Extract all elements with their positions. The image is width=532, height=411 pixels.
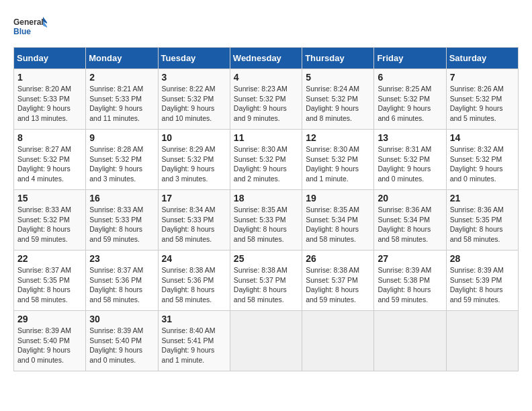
day-cell: 18Sunrise: 8:35 AMSunset: 5:33 PMDayligh… xyxy=(230,190,302,250)
day-info: Sunrise: 8:32 AMSunset: 5:32 PMDaylight:… xyxy=(450,144,515,184)
column-header-wednesday: Wednesday xyxy=(230,48,302,69)
day-cell: 21Sunrise: 8:36 AMSunset: 5:35 PMDayligh… xyxy=(446,190,518,250)
day-info: Sunrise: 8:39 AMSunset: 5:38 PMDaylight:… xyxy=(378,265,442,305)
day-info: Sunrise: 8:27 AMSunset: 5:32 PMDaylight:… xyxy=(17,144,82,184)
day-info: Sunrise: 8:37 AMSunset: 5:35 PMDaylight:… xyxy=(17,265,82,305)
day-cell: 3Sunrise: 8:22 AMSunset: 5:32 PMDaylight… xyxy=(158,69,230,130)
day-number: 2 xyxy=(89,72,154,83)
day-number: 23 xyxy=(89,253,154,264)
day-info: Sunrise: 8:39 AMSunset: 5:40 PMDaylight:… xyxy=(89,326,154,365)
day-number: 28 xyxy=(450,253,515,264)
day-info: Sunrise: 8:38 AMSunset: 5:37 PMDaylight:… xyxy=(306,265,370,305)
day-info: Sunrise: 8:22 AMSunset: 5:32 PMDaylight:… xyxy=(162,84,226,124)
day-info: Sunrise: 8:36 AMSunset: 5:35 PMDaylight:… xyxy=(450,205,515,244)
day-cell: 24Sunrise: 8:38 AMSunset: 5:36 PMDayligh… xyxy=(158,250,230,311)
day-number: 8 xyxy=(17,132,82,143)
day-number: 6 xyxy=(378,72,442,83)
week-row-3: 15Sunrise: 8:33 AMSunset: 5:32 PMDayligh… xyxy=(14,190,519,250)
day-info: Sunrise: 8:33 AMSunset: 5:32 PMDaylight:… xyxy=(17,205,82,244)
day-cell: 14Sunrise: 8:32 AMSunset: 5:32 PMDayligh… xyxy=(446,130,518,190)
day-number: 13 xyxy=(378,132,442,143)
day-cell: 2Sunrise: 8:21 AMSunset: 5:33 PMDaylight… xyxy=(86,69,158,130)
day-number: 7 xyxy=(450,72,515,83)
day-number: 16 xyxy=(89,193,154,203)
day-number: 1 xyxy=(17,72,82,83)
week-row-5: 29Sunrise: 8:39 AMSunset: 5:40 PMDayligh… xyxy=(14,311,519,371)
week-row-2: 8Sunrise: 8:27 AMSunset: 5:32 PMDaylight… xyxy=(14,130,519,190)
calendar-body: 1Sunrise: 8:20 AMSunset: 5:33 PMDaylight… xyxy=(14,69,519,371)
day-info: Sunrise: 8:38 AMSunset: 5:37 PMDaylight:… xyxy=(234,265,298,305)
svg-text:Blue: Blue xyxy=(13,27,31,36)
day-number: 12 xyxy=(306,132,370,143)
day-cell: 23Sunrise: 8:37 AMSunset: 5:36 PMDayligh… xyxy=(86,250,158,311)
day-number: 21 xyxy=(450,193,515,203)
day-cell: 1Sunrise: 8:20 AMSunset: 5:33 PMDaylight… xyxy=(14,69,86,130)
day-cell: 8Sunrise: 8:27 AMSunset: 5:32 PMDaylight… xyxy=(14,130,86,190)
day-cell: 5Sunrise: 8:24 AMSunset: 5:32 PMDaylight… xyxy=(302,69,374,130)
day-number: 3 xyxy=(162,72,226,83)
day-cell: 25Sunrise: 8:38 AMSunset: 5:37 PMDayligh… xyxy=(230,250,302,311)
day-number: 9 xyxy=(89,132,154,143)
day-info: Sunrise: 8:28 AMSunset: 5:32 PMDaylight:… xyxy=(89,144,154,184)
day-number: 14 xyxy=(450,132,515,143)
day-info: Sunrise: 8:38 AMSunset: 5:36 PMDaylight:… xyxy=(162,265,226,305)
day-number: 24 xyxy=(162,253,226,264)
day-cell: 13Sunrise: 8:31 AMSunset: 5:32 PMDayligh… xyxy=(374,130,446,190)
day-info: Sunrise: 8:31 AMSunset: 5:32 PMDaylight:… xyxy=(378,144,442,184)
day-info: Sunrise: 8:25 AMSunset: 5:32 PMDaylight:… xyxy=(378,84,442,124)
day-info: Sunrise: 8:39 AMSunset: 5:39 PMDaylight:… xyxy=(450,265,515,305)
day-cell: 28Sunrise: 8:39 AMSunset: 5:39 PMDayligh… xyxy=(446,250,518,311)
day-info: Sunrise: 8:26 AMSunset: 5:32 PMDaylight:… xyxy=(450,84,515,124)
day-info: Sunrise: 8:36 AMSunset: 5:34 PMDaylight:… xyxy=(378,205,442,244)
day-cell: 29Sunrise: 8:39 AMSunset: 5:40 PMDayligh… xyxy=(14,311,86,371)
day-cell: 31Sunrise: 8:40 AMSunset: 5:41 PMDayligh… xyxy=(158,311,230,371)
day-cell: 16Sunrise: 8:33 AMSunset: 5:33 PMDayligh… xyxy=(86,190,158,250)
day-cell xyxy=(230,311,302,371)
day-info: Sunrise: 8:20 AMSunset: 5:33 PMDaylight:… xyxy=(17,84,82,124)
day-number: 27 xyxy=(378,253,442,264)
day-number: 10 xyxy=(162,132,226,143)
page-header: General Blue xyxy=(13,13,519,40)
day-number: 20 xyxy=(378,193,442,203)
day-info: Sunrise: 8:21 AMSunset: 5:33 PMDaylight:… xyxy=(89,84,154,124)
day-info: Sunrise: 8:23 AMSunset: 5:32 PMDaylight:… xyxy=(234,84,298,124)
column-header-tuesday: Tuesday xyxy=(158,48,230,69)
day-number: 11 xyxy=(234,132,298,143)
day-info: Sunrise: 8:34 AMSunset: 5:33 PMDaylight:… xyxy=(162,205,226,244)
day-cell: 17Sunrise: 8:34 AMSunset: 5:33 PMDayligh… xyxy=(158,190,230,250)
day-cell: 30Sunrise: 8:39 AMSunset: 5:40 PMDayligh… xyxy=(86,311,158,371)
day-number: 17 xyxy=(162,193,226,203)
day-number: 5 xyxy=(306,72,370,83)
week-row-4: 22Sunrise: 8:37 AMSunset: 5:35 PMDayligh… xyxy=(14,250,519,311)
day-number: 4 xyxy=(234,72,298,83)
day-number: 22 xyxy=(17,253,82,264)
day-cell: 15Sunrise: 8:33 AMSunset: 5:32 PMDayligh… xyxy=(14,190,86,250)
week-row-1: 1Sunrise: 8:20 AMSunset: 5:33 PMDaylight… xyxy=(14,69,519,130)
logo-svg: General Blue xyxy=(13,13,47,40)
day-info: Sunrise: 8:24 AMSunset: 5:32 PMDaylight:… xyxy=(306,84,370,124)
day-info: Sunrise: 8:35 AMSunset: 5:33 PMDaylight:… xyxy=(234,205,298,244)
day-info: Sunrise: 8:39 AMSunset: 5:40 PMDaylight:… xyxy=(17,326,82,365)
day-cell: 20Sunrise: 8:36 AMSunset: 5:34 PMDayligh… xyxy=(374,190,446,250)
day-cell: 7Sunrise: 8:26 AMSunset: 5:32 PMDaylight… xyxy=(446,69,518,130)
day-cell xyxy=(302,311,374,371)
day-cell: 12Sunrise: 8:30 AMSunset: 5:32 PMDayligh… xyxy=(302,130,374,190)
day-cell: 27Sunrise: 8:39 AMSunset: 5:38 PMDayligh… xyxy=(374,250,446,311)
day-cell: 4Sunrise: 8:23 AMSunset: 5:32 PMDaylight… xyxy=(230,69,302,130)
day-cell: 6Sunrise: 8:25 AMSunset: 5:32 PMDaylight… xyxy=(374,69,446,130)
day-cell: 9Sunrise: 8:28 AMSunset: 5:32 PMDaylight… xyxy=(86,130,158,190)
day-number: 29 xyxy=(17,314,82,324)
column-header-friday: Friday xyxy=(374,48,446,69)
day-cell: 19Sunrise: 8:35 AMSunset: 5:34 PMDayligh… xyxy=(302,190,374,250)
column-header-thursday: Thursday xyxy=(302,48,374,69)
day-cell xyxy=(446,311,518,371)
day-number: 18 xyxy=(234,193,298,203)
day-info: Sunrise: 8:30 AMSunset: 5:32 PMDaylight:… xyxy=(306,144,370,184)
day-info: Sunrise: 8:35 AMSunset: 5:34 PMDaylight:… xyxy=(306,205,370,244)
day-cell: 10Sunrise: 8:29 AMSunset: 5:32 PMDayligh… xyxy=(158,130,230,190)
day-cell xyxy=(374,311,446,371)
day-info: Sunrise: 8:37 AMSunset: 5:36 PMDaylight:… xyxy=(89,265,154,305)
day-number: 26 xyxy=(306,253,370,264)
day-info: Sunrise: 8:29 AMSunset: 5:32 PMDaylight:… xyxy=(162,144,226,184)
day-number: 15 xyxy=(17,193,82,203)
